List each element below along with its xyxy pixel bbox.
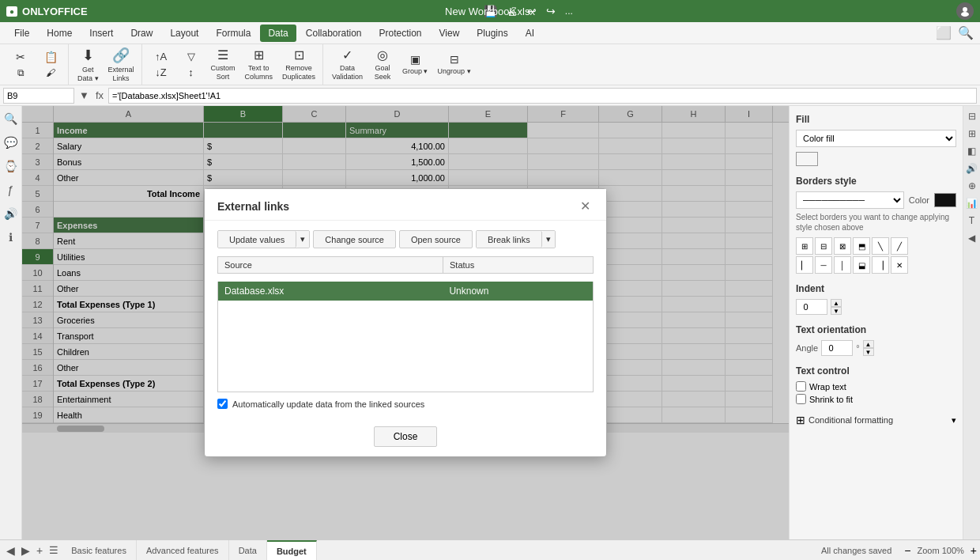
sheet-list-button[interactable]: ☰ <box>46 544 62 556</box>
fill-color-swatch[interactable] <box>796 152 818 166</box>
menu-formula[interactable]: Formula <box>208 25 258 42</box>
angle-spinners: ▲ ▼ <box>863 340 874 356</box>
indent-up-button[interactable]: ▲ <box>831 299 842 307</box>
menu-plugins[interactable]: Plugins <box>469 25 515 42</box>
border-left-button[interactable]: ▏ <box>796 256 813 274</box>
ungroup-button[interactable]: ⊟ Ungroup ▾ <box>434 47 475 82</box>
remove-duplicates-button[interactable]: ⊡ RemoveDuplicates <box>278 47 319 82</box>
right-sidebar-icon-3[interactable]: ◧ <box>965 144 979 158</box>
get-data-icon: ⬇ <box>82 47 94 64</box>
border-inner-button[interactable]: ⊟ <box>815 237 832 255</box>
goal-seek-button[interactable]: ◎ GoalSeek <box>368 47 397 82</box>
filter-button[interactable]: ▽ <box>177 49 205 65</box>
sort-desc-button[interactable]: ↓Z <box>147 65 175 81</box>
menu-insert[interactable]: Insert <box>81 25 121 42</box>
shrink-to-fit-checkbox[interactable] <box>796 394 806 404</box>
filter2-button[interactable]: ↕ <box>177 65 205 81</box>
update-values-dropdown-button[interactable]: ▾ <box>296 231 309 248</box>
search-icon[interactable]: 🔍 <box>958 25 974 40</box>
tab-data[interactable]: Data <box>229 540 267 560</box>
format-painter[interactable]: 🖌 <box>36 65 65 81</box>
redo-icon[interactable]: ↪ <box>546 5 556 17</box>
track-sidebar-icon[interactable]: ⌚ <box>2 157 21 176</box>
dialog-close-button[interactable]: ✕ <box>577 199 594 214</box>
group-button[interactable]: ▣ Group ▾ <box>398 47 432 82</box>
cut-button[interactable]: ✂ <box>6 49 35 65</box>
tab-advanced-features[interactable]: Advanced features <box>137 540 229 560</box>
right-sidebar-icon-8[interactable]: ◀ <box>965 231 979 245</box>
add-sheet-button[interactable]: + <box>33 544 46 557</box>
tab-basic-features[interactable]: Basic features <box>62 540 137 560</box>
text-to-columns-button[interactable]: ⊞ Text toColumns <box>241 47 277 82</box>
expand-icon[interactable]: ⬜ <box>936 25 952 40</box>
dialog-body: Update values ▾ Change source Open sourc… <box>205 221 606 426</box>
border-bottom-button[interactable]: ⬓ <box>853 256 870 274</box>
close-button[interactable]: Close <box>374 426 438 447</box>
spreadsheet-area[interactable]: A B C D E F G H I 1 2 3 4 5 6 7 8 9 10 1… <box>22 106 789 539</box>
info-sidebar-icon[interactable]: ℹ <box>2 228 21 247</box>
menu-layout[interactable]: Layout <box>162 25 206 42</box>
angle-up-button[interactable]: ▲ <box>863 340 874 348</box>
sort-asc-button[interactable]: ↑A <box>147 49 175 65</box>
menu-home[interactable]: Home <box>39 25 80 42</box>
border-diag1-button[interactable]: ╲ <box>872 237 889 255</box>
custom-sort-button[interactable]: ☰ CustomSort <box>207 47 239 82</box>
paste-button[interactable]: 📋 <box>36 49 65 65</box>
break-links-dropdown-button[interactable]: ▾ <box>542 231 555 248</box>
modal-overlay: External links ✕ Update values ▾ Change … <box>22 106 789 539</box>
right-sidebar-icon-6[interactable]: 📊 <box>965 196 979 210</box>
right-sidebar-icon-2[interactable]: ⊞ <box>965 127 979 141</box>
search-sidebar-icon[interactable]: 🔍 <box>2 109 21 128</box>
open-source-button[interactable]: Open source <box>399 230 473 248</box>
menu-ai[interactable]: AI <box>518 25 542 42</box>
border-inner-h-button[interactable]: ─ <box>815 256 832 274</box>
get-data-button[interactable]: ⬇ GetData ▾ <box>74 47 103 82</box>
menu-data[interactable]: Data <box>260 25 296 42</box>
angle-input[interactable] <box>821 340 853 356</box>
border-right-button[interactable]: ▕ <box>872 256 889 274</box>
change-source-button[interactable]: Change source <box>313 230 396 248</box>
angle-down-button[interactable]: ▼ <box>863 348 874 356</box>
break-links-button[interactable]: Break links <box>477 231 542 248</box>
right-sidebar-icon-1[interactable]: ⊟ <box>965 109 979 123</box>
border-outer-button[interactable]: ⊞ <box>796 237 813 255</box>
conditional-formatting-chevron[interactable]: ▾ <box>952 415 956 426</box>
border-inner-v-button[interactable]: │ <box>834 256 851 274</box>
comment-sidebar-icon[interactable]: 💬 <box>2 133 21 152</box>
formula-input[interactable] <box>108 88 977 104</box>
border-top-button[interactable]: ⬒ <box>853 237 870 255</box>
menu-view[interactable]: View <box>432 25 468 42</box>
right-sidebar-icon-4[interactable]: 🔊 <box>965 161 979 176</box>
expand-rows-icon[interactable]: ▼ <box>77 88 91 103</box>
border-none-button[interactable]: ✕ <box>891 256 908 274</box>
border-all-button[interactable]: ⊠ <box>834 237 851 255</box>
auto-update-checkbox[interactable] <box>217 399 228 409</box>
cell-reference-input[interactable] <box>3 88 74 104</box>
data-validation-button[interactable]: ✓ DataValidation <box>328 47 367 82</box>
next-sheet-button[interactable]: ▶ <box>18 544 33 557</box>
border-style-select[interactable]: ────────── <box>796 191 904 209</box>
external-links-button[interactable]: 🔗 ExternalLinks <box>104 47 138 82</box>
formula-sidebar-icon[interactable]: ƒ <box>2 180 21 199</box>
zoom-increase-button[interactable]: + <box>971 544 977 557</box>
more-icon[interactable]: ... <box>565 6 573 17</box>
update-values-button[interactable]: Update values <box>218 231 296 248</box>
right-sidebar-icon-5[interactable]: ⊕ <box>965 179 979 193</box>
menu-collaboration[interactable]: Collaboration <box>298 25 370 42</box>
border-color-swatch[interactable] <box>934 193 956 207</box>
indent-down-button[interactable]: ▼ <box>831 307 842 315</box>
menu-protection[interactable]: Protection <box>371 25 430 42</box>
tab-budget[interactable]: Budget <box>267 540 317 560</box>
copy-button[interactable]: ⧉ <box>6 65 35 81</box>
prev-sheet-button[interactable]: ◀ <box>3 544 18 557</box>
indent-input[interactable] <box>796 299 827 315</box>
speaker-sidebar-icon[interactable]: 🔊 <box>2 204 21 223</box>
right-sidebar-icon-7[interactable]: T <box>965 214 979 228</box>
menu-draw[interactable]: Draw <box>122 25 160 42</box>
border-diag2-button[interactable]: ╱ <box>891 237 908 255</box>
table-row[interactable]: Database.xlsx Unknown <box>218 282 593 301</box>
menu-file[interactable]: File <box>6 25 37 42</box>
zoom-decrease-button[interactable]: − <box>904 544 910 557</box>
fill-type-select[interactable]: Color fill <box>796 130 956 147</box>
wrap-text-checkbox[interactable] <box>796 381 806 392</box>
